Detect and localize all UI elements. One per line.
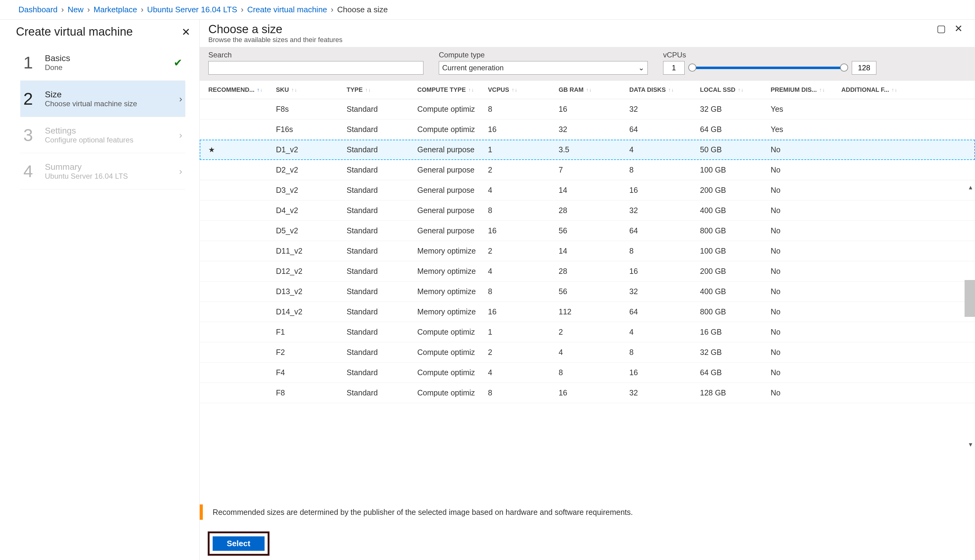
vcpus-cell: 2 <box>488 348 559 357</box>
compute-type-cell: Compute optimiz <box>417 348 488 357</box>
recommended-cell: ★ <box>208 145 276 154</box>
table-row[interactable]: F8sStandardCompute optimiz8163232 GBYes <box>200 99 975 120</box>
scroll-down-icon[interactable]: ▾ <box>968 439 973 450</box>
step-number: 1 <box>23 52 45 72</box>
breadcrumb-link[interactable]: New <box>68 5 84 15</box>
compute-type-cell: Memory optimize <box>417 247 488 255</box>
compute-type-cell: Memory optimize <box>417 287 488 296</box>
col-recommended[interactable]: RECOMMEND...↑↓ <box>208 86 276 93</box>
table-row[interactable]: D13_v2StandardMemory optimize85632400 GB… <box>200 282 975 302</box>
table-row[interactable]: D3_v2StandardGeneral purpose41416200 GBN… <box>200 180 975 200</box>
checkmark-icon: ✔ <box>174 57 182 69</box>
table-row[interactable]: F8StandardCompute optimiz81632128 GBNo <box>200 383 975 403</box>
wizard-step-basics[interactable]: 1BasicsDone✔ <box>20 45 185 81</box>
type-cell: Standard <box>346 328 417 337</box>
type-cell: Standard <box>346 267 417 276</box>
maximize-icon[interactable]: ▢ <box>937 23 946 44</box>
sku-cell: D1_v2 <box>276 145 346 154</box>
chevron-right-icon: › <box>61 5 64 15</box>
localssd-cell: 400 GB <box>700 206 771 215</box>
gbram-cell: 32 <box>559 125 629 134</box>
datadisks-cell: 64 <box>629 226 700 235</box>
col-additional[interactable]: ADDITIONAL F...↑↓ <box>841 86 903 93</box>
compute-type-dropdown[interactable]: Current generation ⌄ <box>439 61 648 75</box>
wizard-step-summary[interactable]: 4SummaryUbuntu Server 16.04 LTS› <box>20 153 185 190</box>
col-premium[interactable]: PREMIUM DIS...↑↓ <box>771 86 841 93</box>
select-button[interactable]: Select <box>212 537 264 551</box>
col-datadisks[interactable]: DATA DISKS↑↓ <box>629 86 700 93</box>
breadcrumb: Dashboard › New › Marketplace › Ubuntu S… <box>0 0 975 20</box>
datadisks-cell: 32 <box>629 287 700 296</box>
vcpus-cell: 2 <box>488 165 559 174</box>
window-scrollbar-thumb[interactable] <box>965 280 975 317</box>
premium-cell: No <box>771 287 841 296</box>
compute-type-cell: General purpose <box>417 226 488 235</box>
datadisks-cell: 32 <box>629 388 700 397</box>
search-label: Search <box>208 51 423 59</box>
vcpus-cell: 8 <box>488 206 559 215</box>
gbram-cell: 8 <box>559 368 629 377</box>
step-subtitle: Choose virtual machine size <box>45 100 179 108</box>
table-row[interactable]: F16sStandardCompute optimiz16326464 GBYe… <box>200 120 975 140</box>
vcpus-cell: 4 <box>488 186 559 195</box>
vcpus-cell: 16 <box>488 226 559 235</box>
table-row[interactable]: D2_v2StandardGeneral purpose278100 GBNo <box>200 160 975 180</box>
table-row[interactable]: D12_v2StandardMemory optimize42816200 GB… <box>200 261 975 282</box>
compute-type-label: Compute type <box>439 51 648 59</box>
premium-cell: Yes <box>771 125 841 134</box>
premium-cell: No <box>771 247 841 255</box>
table-row[interactable]: F2StandardCompute optimiz24832 GBNo <box>200 342 975 363</box>
col-localssd[interactable]: LOCAL SSD↑↓ <box>700 86 771 93</box>
breadcrumb-link[interactable]: Ubuntu Server 16.04 LTS <box>147 5 237 15</box>
col-compute-type[interactable]: COMPUTE TYPE↑↓ <box>417 86 488 93</box>
datadisks-cell: 8 <box>629 348 700 357</box>
col-gbram[interactable]: GB RAM↑↓ <box>559 86 629 93</box>
vcpus-label: vCPUs <box>663 51 876 59</box>
gbram-cell: 16 <box>559 105 629 113</box>
table-row[interactable]: D5_v2StandardGeneral purpose165664800 GB… <box>200 221 975 241</box>
table-row[interactable]: D11_v2StandardMemory optimize2148100 GBN… <box>200 241 975 261</box>
gbram-cell: 28 <box>559 206 629 215</box>
col-type[interactable]: TYPE↑↓ <box>346 86 417 93</box>
wizard-step-settings[interactable]: 3SettingsConfigure optional features› <box>20 117 185 153</box>
breadcrumb-link[interactable]: Dashboard <box>18 5 57 15</box>
slider-thumb-max[interactable] <box>840 63 848 72</box>
breadcrumb-link[interactable]: Marketplace <box>94 5 137 15</box>
compute-type-cell: Memory optimize <box>417 267 488 276</box>
compute-type-cell: General purpose <box>417 165 488 174</box>
premium-cell: No <box>771 226 841 235</box>
info-banner: Recommended sizes are determined by the … <box>200 499 975 527</box>
chevron-right-icon: › <box>179 130 182 140</box>
localssd-cell: 200 GB <box>700 186 771 195</box>
vcpu-min-input[interactable] <box>663 61 685 75</box>
sku-cell: D4_v2 <box>276 206 346 215</box>
step-title: Settings <box>45 126 179 136</box>
vcpus-cell: 8 <box>488 287 559 296</box>
search-input[interactable] <box>208 61 423 75</box>
localssd-cell: 200 GB <box>700 267 771 276</box>
table-row[interactable]: F1StandardCompute optimiz12416 GBNo <box>200 322 975 342</box>
table-row[interactable]: F4StandardCompute optimiz481664 GBNo <box>200 363 975 383</box>
table-row[interactable]: D4_v2StandardGeneral purpose82832400 GBN… <box>200 200 975 221</box>
step-title: Basics <box>45 53 174 63</box>
col-sku[interactable]: SKU↑↓ <box>276 86 346 93</box>
step-subtitle: Configure optional features <box>45 136 179 144</box>
sku-cell: D2_v2 <box>276 165 346 174</box>
vcpu-slider[interactable] <box>688 66 848 70</box>
slider-thumb-min[interactable] <box>688 63 696 72</box>
scroll-up-icon[interactable]: ▴ <box>968 182 973 192</box>
compute-type-cell: Compute optimiz <box>417 105 488 113</box>
table-row[interactable]: ★D1_v2StandardGeneral purpose13.5450 GBN… <box>200 140 975 160</box>
info-accent-bar <box>200 505 203 520</box>
vcpu-max-input[interactable] <box>852 61 876 75</box>
localssd-cell: 128 GB <box>700 388 771 397</box>
table-row[interactable]: D14_v2StandardMemory optimize1611264800 … <box>200 302 975 322</box>
step-number: 3 <box>23 125 45 145</box>
wizard-step-size[interactable]: 2SizeChoose virtual machine size› <box>20 81 185 117</box>
step-title: Size <box>45 90 179 100</box>
col-vcpus[interactable]: VCPUS↑↓ <box>488 86 559 93</box>
close-icon[interactable]: ✕ <box>955 23 963 44</box>
breadcrumb-link[interactable]: Create virtual machine <box>247 5 327 15</box>
localssd-cell: 32 GB <box>700 348 771 357</box>
close-icon[interactable]: ✕ <box>182 26 190 38</box>
